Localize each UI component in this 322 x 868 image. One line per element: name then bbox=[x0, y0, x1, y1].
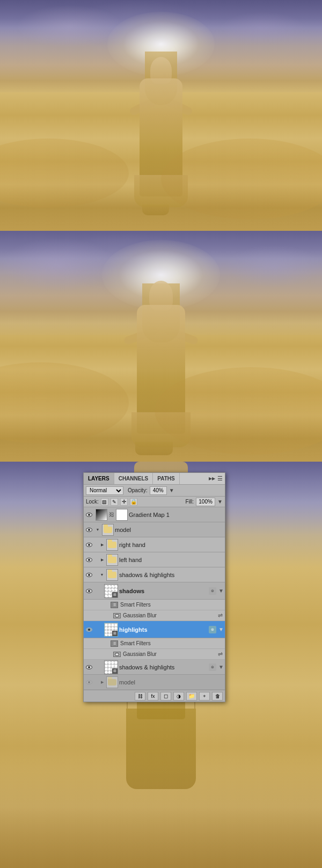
filter-eye-highlights[interactable] bbox=[113, 652, 121, 657]
layer-thumbnail-sh-group bbox=[106, 569, 118, 581]
panel-extend-arrows[interactable]: ▶▶ bbox=[209, 476, 215, 481]
layer-thumbnail-gradient-map bbox=[96, 509, 107, 521]
layer-thumbnail-shadows: ⊞ bbox=[104, 584, 118, 598]
layer-name-shadows: shadows bbox=[119, 588, 209, 594]
filter-settings-shadows[interactable]: ⇌ bbox=[218, 612, 223, 619]
smart-object-badge-shadows: ⊞ bbox=[112, 592, 118, 597]
layer-visibility-gradient-map[interactable] bbox=[84, 507, 94, 522]
tab-layers[interactable]: LAYERS bbox=[84, 473, 114, 484]
layer-visibility-right-hand[interactable] bbox=[84, 537, 94, 552]
layer-name-gradient-map: Gradient Map 1 bbox=[129, 512, 225, 518]
filter-row-gaussian-blur-shadows: Gaussian Blur ⇌ bbox=[84, 610, 225, 621]
layer-options-highlights[interactable]: ▼ bbox=[218, 626, 224, 632]
sublayer-name-smart-filters-shadows: Smart Filters bbox=[120, 602, 151, 608]
layer-row-left-hand[interactable]: left hand bbox=[84, 552, 225, 567]
opacity-dropdown-arrow[interactable]: ▼ bbox=[169, 487, 174, 493]
opacity-input[interactable] bbox=[150, 486, 167, 495]
filter-eye-icon-highlights bbox=[115, 653, 119, 656]
folder-icon-right-hand bbox=[108, 542, 116, 548]
add-mask-button[interactable]: ◻ bbox=[160, 692, 171, 701]
add-style-button[interactable]: fx bbox=[148, 692, 158, 701]
desert-image-2 bbox=[0, 231, 322, 462]
layer-visibility-sh[interactable] bbox=[84, 660, 94, 675]
lock-transparent-pixels[interactable]: ▧ bbox=[101, 498, 108, 506]
layer-row-shadows[interactable]: ⊞ shadows ⊛ ▼ bbox=[84, 582, 225, 600]
smart-filter-badge-highlights: ⊛ bbox=[209, 626, 216, 633]
new-layer-button[interactable]: + bbox=[199, 692, 210, 701]
eye-icon-sh bbox=[86, 665, 92, 669]
layer-name-left-hand: left hand bbox=[119, 557, 225, 563]
layer-expand-model[interactable] bbox=[94, 527, 101, 533]
layer-expand-left-hand[interactable] bbox=[99, 557, 105, 563]
link-layers-button[interactable]: ⛓ bbox=[135, 692, 145, 701]
tab-paths[interactable]: PATHS bbox=[153, 473, 179, 484]
eye-icon-model-bottom bbox=[86, 680, 92, 684]
layer-name-right-hand: right hand bbox=[119, 542, 225, 548]
opacity-label: Opacity: bbox=[128, 487, 148, 493]
layer-row-right-hand[interactable]: right hand bbox=[84, 537, 225, 552]
folder-icon-model bbox=[104, 527, 112, 533]
layer-visibility-left-hand[interactable] bbox=[84, 552, 94, 567]
layer-visibility-shadows[interactable] bbox=[84, 583, 94, 599]
layer-thumbnail-sh: ⊞ bbox=[104, 660, 118, 674]
layers-lock-fill-bar: Lock: ▧ ✎ ✛ 🔒 Fill: ▼ bbox=[84, 497, 225, 507]
new-group-button[interactable]: 📁 bbox=[186, 692, 197, 701]
filter-settings-highlights[interactable]: ⇌ bbox=[218, 651, 223, 658]
eye-icon-left-hand bbox=[86, 558, 92, 562]
lock-all[interactable]: 🔒 bbox=[130, 498, 137, 506]
layer-row-model-bottom[interactable]: model bbox=[84, 675, 225, 690]
folder-icon-sh-group bbox=[108, 572, 116, 578]
filter-eye-shadows[interactable] bbox=[113, 613, 121, 618]
fill-label: Fill: bbox=[186, 499, 194, 505]
smart-filter-badge-sh: ⊛ bbox=[209, 663, 216, 671]
filter-name-gaussian-blur-highlights: Gaussian Blur bbox=[123, 651, 218, 657]
smart-filter-icon-shadows: ☰ bbox=[111, 602, 118, 608]
layer-row-model-group[interactable]: model bbox=[84, 522, 225, 537]
layer-name-sh-group: shadows & highlights bbox=[119, 572, 225, 578]
smart-object-badge-highlights: ⊞ bbox=[112, 631, 118, 636]
fill-input[interactable] bbox=[196, 498, 215, 506]
panel-menu-icon[interactable]: ☰ bbox=[217, 475, 223, 482]
layer-expand-right-hand[interactable] bbox=[99, 542, 105, 548]
sublayer-smart-filters-highlights: ☰ Smart Filters bbox=[84, 638, 225, 649]
blend-mode-select[interactable]: Normal Multiply Screen Overlay bbox=[86, 486, 123, 495]
layer-expand-model-bottom[interactable] bbox=[99, 679, 105, 685]
folder-icon-left-hand bbox=[108, 557, 116, 563]
layer-visibility-highlights[interactable] bbox=[84, 622, 94, 637]
adjustment-layer-button[interactable]: ◑ bbox=[173, 692, 184, 701]
layer-thumbnail-left-hand bbox=[106, 554, 118, 566]
layer-name-sh: shadows & highlights bbox=[119, 664, 209, 670]
layer-row-gradient-map[interactable]: ⛓ Gradient Map 1 bbox=[84, 507, 225, 522]
layer-thumbnail-model-bottom bbox=[106, 676, 118, 688]
layer-thumbnail-model bbox=[102, 524, 114, 536]
layer-name-highlights: highlights bbox=[119, 626, 209, 633]
layer-options-shadows[interactable]: ▼ bbox=[218, 588, 224, 594]
chain-icon-gradient-map: ⛓ bbox=[109, 512, 114, 517]
layer-visibility-model-bottom[interactable] bbox=[84, 675, 94, 690]
eye-icon-shadows bbox=[86, 589, 92, 593]
layer-expand-sh-group[interactable] bbox=[99, 572, 105, 578]
smart-badge-sh: ⊞ bbox=[112, 668, 118, 674]
lock-image-pixels[interactable]: ✎ bbox=[111, 498, 118, 506]
layer-row-shadows-highlights-group[interactable]: shadows & highlights bbox=[84, 567, 225, 582]
sublayer-name-smart-filters-highlights: Smart Filters bbox=[120, 640, 151, 646]
lock-position[interactable]: ✛ bbox=[120, 498, 128, 506]
gradient-thumbnail bbox=[96, 509, 107, 520]
tab-channels[interactable]: CHANNELS bbox=[114, 473, 153, 484]
smart-filter-icon-highlights: ☰ bbox=[111, 640, 118, 647]
layer-name-model-bottom: model bbox=[119, 679, 225, 685]
layer-visibility-shadows-highlights-group[interactable] bbox=[84, 567, 94, 582]
layer-thumbnail-highlights: ⊞ bbox=[104, 623, 118, 637]
eye-icon-model bbox=[86, 528, 92, 532]
layer-row-shadows-highlights[interactable]: ⊞ shadows & highlights ⊛ ▼ bbox=[84, 660, 225, 675]
fill-dropdown-arrow[interactable]: ▼ bbox=[217, 499, 223, 505]
layer-options-sh[interactable]: ▼ bbox=[218, 664, 224, 670]
eye-icon-highlights bbox=[86, 628, 92, 632]
layer-row-highlights[interactable]: ⊞ highlights ⊛ ▼ bbox=[84, 621, 225, 638]
smart-filter-badge-shadows: ⊛ bbox=[209, 587, 216, 595]
delete-layer-button[interactable]: 🗑 bbox=[212, 692, 223, 701]
filter-eye-icon-shadows bbox=[115, 614, 119, 617]
eye-icon-right-hand bbox=[86, 543, 92, 547]
eye-icon-sh-group bbox=[86, 573, 92, 577]
layer-visibility-model[interactable] bbox=[84, 522, 94, 537]
